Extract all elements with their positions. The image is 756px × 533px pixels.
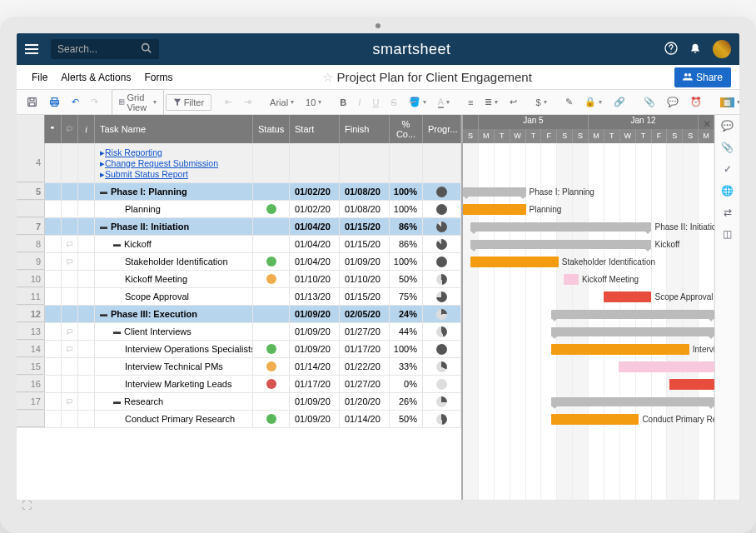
table-row[interactable]: 8 ▬Kickoff 01/04/20 01/15/20 86% bbox=[17, 236, 461, 253]
gantt-bar[interactable]: Phase I: Planning bbox=[463, 187, 526, 197]
menubar: File Alerts & Actions Forms ☆ Project Pl… bbox=[17, 65, 739, 90]
reminder-icon[interactable]: ⏰ bbox=[685, 94, 707, 110]
search-input[interactable] bbox=[57, 43, 141, 55]
table-row[interactable]: 14 Interview Operations Specialists 01/0… bbox=[17, 341, 461, 358]
view-switcher[interactable]: Grid View▾ bbox=[112, 89, 164, 116]
link-change[interactable]: Change Request Submission bbox=[100, 158, 218, 168]
workflow-rail-icon[interactable]: ⇄ bbox=[724, 207, 732, 218]
fullscreen-icon[interactable]: ⛶ bbox=[22, 500, 32, 511]
menu-forms[interactable]: Forms bbox=[137, 72, 179, 83]
align-left-icon[interactable]: ≡ bbox=[463, 95, 478, 110]
gantt-bar[interactable]: Kickoff bbox=[470, 240, 651, 249]
comments-rail-icon[interactable]: 💬 bbox=[721, 120, 734, 132]
star-icon[interactable]: ☆ bbox=[322, 70, 333, 85]
table-row[interactable]: 17 ▬Research 01/09/20 01/20/20 26% bbox=[17, 393, 461, 411]
fill-color-icon[interactable]: 🪣▾ bbox=[404, 94, 431, 110]
table-row[interactable]: 13 ▬Client Interviews 01/09/20 01/27/20 … bbox=[17, 323, 461, 341]
svg-rect-12 bbox=[120, 100, 124, 104]
sheet-title: ☆ Project Plan for Client Engagement bbox=[179, 70, 674, 85]
table-row[interactable]: 5 ▬Phase I: Planning 01/02/20 01/08/20 1… bbox=[17, 183, 461, 201]
bold-icon[interactable]: B bbox=[335, 95, 351, 110]
svg-point-3 bbox=[670, 51, 671, 52]
print-icon[interactable] bbox=[44, 94, 65, 110]
help-icon[interactable] bbox=[664, 42, 678, 57]
col-status[interactable]: Status bbox=[253, 115, 290, 143]
align-v-icon[interactable]: ≣▾ bbox=[480, 94, 503, 110]
gantt-bar[interactable]: Scope Approval bbox=[604, 291, 651, 302]
table-row[interactable]: 15 Interview Technical PMs 01/14/20 01/2… bbox=[17, 358, 461, 376]
table-row[interactable]: 9 Stakeholder Identification 01/04/20 01… bbox=[17, 253, 461, 271]
brand-logo: smartsheet bbox=[159, 41, 664, 58]
italic-icon[interactable]: I bbox=[353, 95, 366, 110]
gantt-bar[interactable] bbox=[551, 397, 714, 406]
gantt-bar[interactable] bbox=[619, 361, 714, 372]
gantt-bar[interactable]: Planning bbox=[463, 204, 526, 215]
col-pct[interactable]: % Co... bbox=[390, 115, 423, 143]
table-row[interactable]: Planning 01/02/20 01/08/20 100% bbox=[17, 201, 461, 218]
redo-icon[interactable]: ↷ bbox=[86, 94, 103, 110]
table-row[interactable]: 12 ▬Phase III: Execution 01/09/20 02/05/… bbox=[17, 306, 461, 323]
search-box[interactable] bbox=[51, 39, 159, 59]
top-navbar: smartsheet bbox=[17, 33, 739, 65]
grid-header: i Task Name Status Start Finish % Co... … bbox=[17, 115, 461, 143]
link-status[interactable]: Submit Status Report bbox=[100, 169, 188, 179]
save-icon[interactable] bbox=[22, 94, 42, 110]
svg-point-0 bbox=[142, 44, 149, 51]
hamburger-icon[interactable] bbox=[25, 42, 38, 57]
gantt-bar[interactable]: Stakeholder Identification bbox=[470, 257, 559, 267]
publish-rail-icon[interactable]: 🌐 bbox=[721, 185, 734, 197]
indent-icon[interactable]: ⇥ bbox=[239, 94, 256, 110]
undo-icon[interactable]: ↶ bbox=[67, 94, 84, 110]
table-row[interactable]: 7 ▬Phase II: Initiation 01/04/20 01/15/2… bbox=[17, 218, 461, 236]
gantt-bar[interactable] bbox=[551, 310, 714, 319]
table-row[interactable]: 11 Scope Approval 01/13/20 01/15/20 75% bbox=[17, 288, 461, 306]
table-row[interactable]: 10 Kickoff Meeting 01/10/20 01/10/20 50% bbox=[17, 271, 461, 288]
menu-alerts[interactable]: Alerts & Actions bbox=[54, 72, 137, 83]
proof-rail-icon[interactable]: ✓ bbox=[724, 163, 732, 175]
format-options-icon[interactable]: $▾ bbox=[530, 95, 551, 110]
attachments-rail-icon[interactable]: 📎 bbox=[721, 142, 734, 153]
gantt-bar[interactable]: Phase II: Initiation bbox=[470, 222, 651, 232]
col-flag bbox=[45, 115, 62, 143]
link-risk[interactable]: Risk Reporting bbox=[100, 147, 162, 157]
svg-line-1 bbox=[148, 50, 151, 52]
lock-icon[interactable]: 🔒▾ bbox=[579, 94, 607, 110]
menu-file[interactable]: File bbox=[25, 72, 54, 83]
col-rownum bbox=[17, 115, 45, 143]
share-button[interactable]: Share bbox=[674, 67, 731, 87]
wrap-icon[interactable]: ↩ bbox=[505, 94, 522, 110]
data-grid: i Task Name Status Start Finish % Co... … bbox=[17, 115, 461, 500]
activity-rail-icon[interactable]: ◫ bbox=[723, 228, 732, 240]
text-color-icon[interactable]: A▾ bbox=[433, 94, 455, 111]
gantt-bar[interactable] bbox=[669, 379, 714, 390]
filter-button[interactable]: Filter bbox=[166, 94, 211, 111]
svg-rect-18 bbox=[67, 259, 72, 262]
gantt-week-1: Jan 5 bbox=[479, 115, 589, 129]
col-prog[interactable]: Progr... bbox=[423, 115, 461, 143]
highlight-icon[interactable]: ✎ bbox=[560, 94, 578, 110]
people-icon bbox=[683, 72, 693, 83]
col-task[interactable]: Task Name bbox=[95, 115, 253, 143]
table-row[interactable]: 16 Interview Marketing Leads 01/17/20 01… bbox=[17, 376, 461, 393]
font-selector[interactable]: Arial ▾ bbox=[265, 95, 299, 110]
gantt-bar[interactable]: Kickoff Meeting bbox=[564, 274, 579, 285]
attachment-toolbar-icon[interactable]: 📎 bbox=[639, 94, 660, 110]
close-gantt-icon[interactable]: ✕ bbox=[703, 118, 711, 130]
table-row[interactable]: Conduct Primary Research 01/09/20 01/14/… bbox=[17, 411, 461, 428]
col-finish[interactable]: Finish bbox=[340, 115, 390, 143]
conditional-format-icon[interactable]: ▦▾ bbox=[715, 95, 739, 110]
user-avatar[interactable] bbox=[713, 40, 731, 58]
svg-rect-21 bbox=[67, 399, 72, 402]
comment-toolbar-icon[interactable]: 💬 bbox=[662, 94, 684, 110]
gantt-bar[interactable] bbox=[551, 327, 714, 336]
col-start[interactable]: Start bbox=[290, 115, 340, 143]
gantt-bar[interactable]: Conduct Primary Rese bbox=[551, 414, 639, 425]
strike-icon[interactable]: S bbox=[385, 95, 401, 110]
outdent-icon[interactable]: ⇤ bbox=[220, 94, 237, 110]
bell-icon[interactable] bbox=[689, 42, 701, 57]
col-comment bbox=[62, 115, 78, 143]
underline-icon[interactable]: U bbox=[367, 95, 384, 110]
font-size-selector[interactable]: 10 ▾ bbox=[301, 95, 326, 110]
gantt-bar[interactable]: Interview bbox=[551, 344, 689, 355]
link-icon[interactable]: 🔗 bbox=[609, 94, 630, 110]
